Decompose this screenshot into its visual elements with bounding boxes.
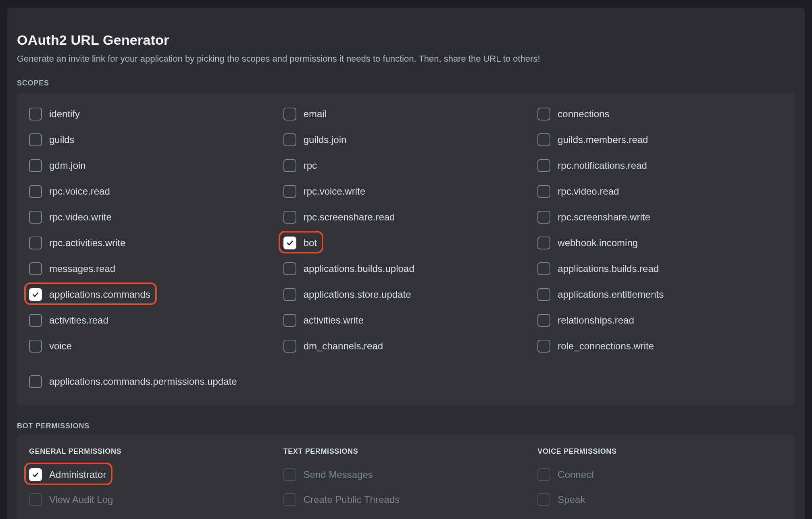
scope-row: applications.commands.permissions.update bbox=[29, 369, 784, 394]
permission-label: Speak bbox=[558, 494, 585, 505]
scope-checkbox[interactable] bbox=[29, 262, 42, 275]
permissions-column-header: GENERAL PERMISSIONS bbox=[29, 447, 275, 456]
scope-label: guilds bbox=[49, 134, 75, 145]
scope-label: applications.commands.permissions.update bbox=[49, 376, 237, 387]
scope-label: rpc.voice.read bbox=[49, 186, 110, 197]
permission-row: Create Public Threads bbox=[283, 487, 530, 512]
permission-label: View Audit Log bbox=[49, 494, 113, 505]
oauth2-url-generator-panel: OAuth2 URL Generator Generate an invite … bbox=[7, 8, 805, 519]
scope-label: gdm.join bbox=[49, 160, 86, 171]
scope-checkbox[interactable] bbox=[29, 211, 42, 224]
scope-label: rpc.video.read bbox=[558, 186, 619, 197]
permission-label: Connect bbox=[558, 469, 593, 480]
permissions-column: TEXT PERMISSIONSSend MessagesCreate Publ… bbox=[283, 447, 530, 512]
permissions-column-header: VOICE PERMISSIONS bbox=[537, 447, 784, 456]
scope-label: relationships.read bbox=[558, 315, 634, 326]
scope-checkbox[interactable] bbox=[537, 185, 550, 198]
scope-checkbox[interactable] bbox=[29, 340, 42, 353]
scopes-section-label: SCOPES bbox=[17, 79, 795, 87]
bot-permissions-panel: GENERAL PERMISSIONSAdministratorView Aud… bbox=[17, 435, 795, 519]
scope-checkbox[interactable] bbox=[537, 133, 550, 146]
scope-checkbox[interactable] bbox=[29, 288, 42, 301]
scope-row: applications.commands bbox=[29, 282, 275, 307]
scopes-panel: identifyguildsgdm.joinrpc.voice.readrpc.… bbox=[17, 92, 795, 406]
scope-label: voice bbox=[49, 340, 72, 352]
scope-checkbox[interactable] bbox=[283, 340, 296, 353]
scope-checkbox[interactable] bbox=[283, 108, 296, 120]
scope-row: rpc.voice.read bbox=[29, 179, 275, 204]
permission-row: View Audit Log bbox=[29, 487, 275, 512]
scope-checkbox[interactable] bbox=[29, 159, 42, 172]
page-subtitle: Generate an invite link for your applica… bbox=[17, 53, 795, 65]
scope-checkbox[interactable] bbox=[283, 185, 296, 198]
scope-label: applications.commands bbox=[49, 289, 150, 300]
permission-checkbox[interactable] bbox=[29, 468, 42, 481]
scope-label: identify bbox=[49, 108, 80, 120]
scope-row: bot bbox=[283, 230, 530, 256]
scope-checkbox[interactable] bbox=[537, 314, 550, 327]
scope-checkbox[interactable] bbox=[283, 211, 296, 224]
scope-row: guilds.members.read bbox=[537, 127, 784, 153]
permission-label: Administrator bbox=[49, 469, 106, 480]
scope-checkbox[interactable] bbox=[537, 288, 550, 301]
permission-row: Send Messages bbox=[283, 462, 530, 487]
scope-checkbox[interactable] bbox=[29, 108, 42, 120]
scope-row: guilds bbox=[29, 127, 275, 153]
scope-row: rpc.activities.write bbox=[29, 230, 275, 256]
scope-checkbox[interactable] bbox=[283, 133, 296, 146]
scope-checkbox[interactable] bbox=[537, 262, 550, 275]
scope-row: applications.builds.upload bbox=[283, 256, 530, 282]
scopes-column: connectionsguilds.members.readrpc.notifi… bbox=[537, 101, 784, 359]
scope-checkbox[interactable] bbox=[29, 314, 42, 327]
permission-checkbox bbox=[283, 468, 296, 481]
scope-checkbox[interactable] bbox=[283, 262, 296, 275]
scope-row: rpc.screenshare.write bbox=[537, 204, 784, 230]
permission-checkbox bbox=[283, 493, 296, 506]
scope-label: dm_channels.read bbox=[304, 340, 383, 352]
scope-label: rpc.activities.write bbox=[49, 237, 125, 249]
scope-label: rpc.voice.write bbox=[304, 186, 365, 197]
scope-label: applications.builds.upload bbox=[304, 263, 414, 274]
scope-checkbox[interactable] bbox=[283, 237, 296, 249]
scope-checkbox[interactable] bbox=[283, 314, 296, 327]
scope-checkbox[interactable] bbox=[537, 159, 550, 172]
scope-row: email bbox=[283, 101, 530, 127]
scope-label: email bbox=[304, 108, 327, 120]
scope-label: guilds.join bbox=[304, 134, 347, 145]
scope-row: rpc.video.write bbox=[29, 204, 275, 230]
scope-checkbox[interactable] bbox=[283, 159, 296, 172]
scope-label: applications.entitlements bbox=[558, 289, 664, 300]
scope-row: connections bbox=[537, 101, 784, 127]
permissions-column: GENERAL PERMISSIONSAdministratorView Aud… bbox=[29, 447, 275, 512]
scope-label: bot bbox=[304, 237, 317, 249]
scope-label: role_connections.write bbox=[558, 340, 654, 352]
permission-row: Connect bbox=[537, 462, 784, 487]
scope-label: applications.store.update bbox=[304, 289, 411, 300]
permission-checkbox bbox=[29, 493, 42, 506]
scope-checkbox[interactable] bbox=[29, 185, 42, 198]
scopes-column: emailguilds.joinrpcrpc.voice.writerpc.sc… bbox=[283, 101, 530, 359]
permission-checkbox bbox=[537, 468, 550, 481]
scope-label: rpc.video.write bbox=[49, 212, 112, 223]
scope-row: rpc.notifications.read bbox=[537, 153, 784, 179]
scope-checkbox[interactable] bbox=[29, 375, 42, 388]
scope-label: webhook.incoming bbox=[558, 237, 638, 249]
scope-checkbox[interactable] bbox=[29, 133, 42, 146]
scope-label: rpc.screenshare.write bbox=[558, 212, 650, 223]
scope-row: rpc.voice.write bbox=[283, 179, 530, 204]
scope-label: activities.write bbox=[304, 315, 364, 326]
scope-row: voice bbox=[29, 333, 275, 359]
scope-checkbox[interactable] bbox=[537, 237, 550, 249]
scope-row: activities.read bbox=[29, 307, 275, 333]
scope-row: guilds.join bbox=[283, 127, 530, 153]
scope-row: messages.read bbox=[29, 256, 275, 282]
scope-label: messages.read bbox=[49, 263, 115, 274]
scope-row: webhook.incoming bbox=[537, 230, 784, 256]
scope-checkbox[interactable] bbox=[537, 211, 550, 224]
scope-checkbox[interactable] bbox=[537, 108, 550, 120]
permissions-column: VOICE PERMISSIONSConnectSpeak bbox=[537, 447, 784, 512]
scope-checkbox[interactable] bbox=[537, 340, 550, 353]
scope-checkbox[interactable] bbox=[29, 237, 42, 249]
check-icon bbox=[31, 291, 40, 299]
scope-checkbox[interactable] bbox=[283, 288, 296, 301]
